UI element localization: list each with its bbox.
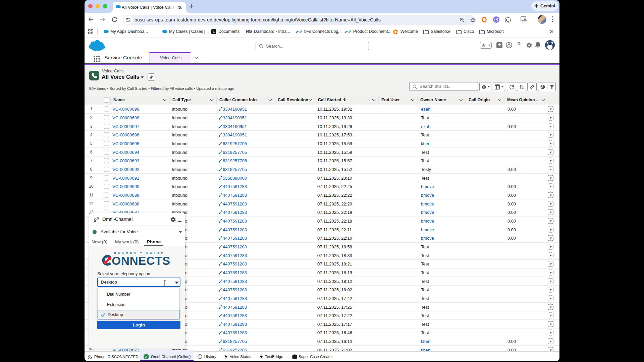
svg-text:ONNECTS: ONNECTS bbox=[112, 254, 170, 267]
